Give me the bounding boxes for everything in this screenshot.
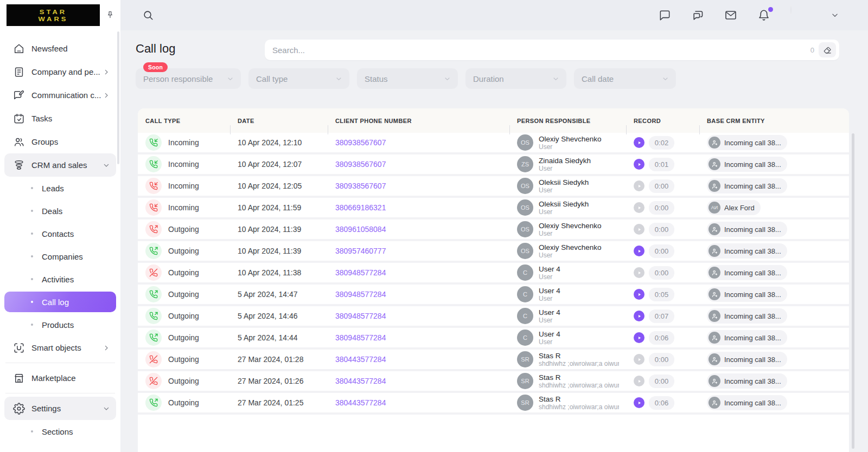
- base-crm-entity-chip[interactable]: Incoming call 38...: [707, 395, 787, 410]
- table-row[interactable]: Outgoing 5 Apr 2024, 14:46 380948577284 …: [138, 306, 849, 328]
- table-row[interactable]: Incoming 10 Apr 2024, 12:10 380938567607…: [138, 133, 849, 154]
- person-responsible[interactable]: ZS Zinaida Siedykh User: [517, 156, 591, 172]
- record-play-button[interactable]: [634, 137, 644, 148]
- record-play-button[interactable]: [634, 332, 644, 343]
- base-crm-entity-chip[interactable]: Incoming call 38...: [707, 308, 787, 324]
- person-responsible[interactable]: OS Olexiy Shevchenko User: [517, 134, 602, 151]
- base-crm-entity-chip[interactable]: Incoming call 38...: [707, 157, 787, 172]
- filter-call-type[interactable]: Call type: [248, 68, 349, 89]
- client-phone-link[interactable]: 380957460777: [335, 247, 386, 255]
- client-phone-link[interactable]: 380443577284: [335, 398, 386, 407]
- client-phone-link[interactable]: 380938567607: [335, 138, 386, 147]
- sidebar-item-newsfeed[interactable]: Newsfeed: [4, 37, 116, 60]
- filter-duration[interactable]: Duration: [465, 68, 566, 89]
- record-play-button[interactable]: [634, 311, 644, 321]
- sidebar-item-products[interactable]: Products: [4, 313, 116, 336]
- sidebar-item-smart-objects[interactable]: Smart objects: [4, 336, 116, 359]
- base-crm-entity-chip[interactable]: Incoming call 38...: [707, 352, 787, 367]
- table-row[interactable]: Outgoing 10 Apr 2024, 11:38 380948577284…: [138, 263, 849, 285]
- base-crm-entity-chip[interactable]: Incoming call 38...: [707, 222, 787, 237]
- client-phone-link[interactable]: 380938567607: [335, 182, 386, 190]
- sidebar-item-activities[interactable]: Activities: [4, 268, 116, 290]
- record-play-button[interactable]: [634, 397, 644, 408]
- table-row[interactable]: Outgoing 5 Apr 2024, 14:47 380948577284 …: [138, 285, 849, 306]
- record-play-button[interactable]: [634, 224, 644, 235]
- client-phone-link[interactable]: 380938567607: [335, 160, 386, 169]
- client-phone-link[interactable]: 380443577284: [335, 377, 386, 385]
- sidebar-item-tasks[interactable]: Tasks: [4, 107, 116, 130]
- sidebar-item-call-log[interactable]: Call log: [4, 292, 116, 312]
- table-row[interactable]: Outgoing 10 Apr 2024, 11:39 380957460777…: [138, 241, 849, 263]
- table-scrollbar[interactable]: [852, 133, 854, 449]
- sidebar-item-settings[interactable]: Settings: [4, 397, 116, 420]
- client-phone-link[interactable]: 380669186321: [335, 203, 386, 212]
- person-responsible[interactable]: OS Olexiy Shevchenko User: [517, 221, 602, 237]
- sidebar-item-contacts[interactable]: Contacts: [4, 222, 116, 245]
- client-phone-link[interactable]: 380948577284: [335, 312, 386, 320]
- base-crm-entity-chip[interactable]: Incoming call 38...: [707, 330, 787, 345]
- record-play-button[interactable]: [634, 376, 644, 386]
- base-crm-entity-chip[interactable]: Incoming call 38...: [707, 265, 787, 280]
- filter-status[interactable]: Status: [357, 68, 458, 89]
- notifications-bell-icon[interactable]: [757, 9, 770, 22]
- client-phone-link[interactable]: 380948577284: [335, 290, 386, 299]
- table-row[interactable]: Outgoing 10 Apr 2024, 11:39 380961058084…: [138, 219, 849, 241]
- filter-person-responsible[interactable]: Soon Person responsible: [136, 68, 241, 89]
- record-play-button[interactable]: [634, 267, 644, 278]
- record-play-button[interactable]: [634, 159, 644, 170]
- sidebar-item-companies[interactable]: Companies: [4, 245, 116, 268]
- person-responsible[interactable]: C User 4 User: [517, 308, 560, 324]
- table-row[interactable]: Incoming 10 Apr 2024, 12:05 380938567607…: [138, 176, 849, 198]
- client-phone-link[interactable]: 380948577284: [335, 333, 386, 342]
- client-phone-link[interactable]: 380948577284: [335, 268, 386, 277]
- table-row[interactable]: Outgoing 27 Mar 2024, 01:26 380443577284…: [138, 371, 849, 393]
- record-play-button[interactable]: [634, 180, 644, 191]
- table-row[interactable]: Incoming 10 Apr 2024, 12:07 380938567607…: [138, 154, 849, 176]
- profile-chevron-down-icon[interactable]: [830, 10, 840, 20]
- sidebar-item-communication-channels[interactable]: Communication c...: [4, 83, 116, 107]
- sidebar-scrollbar[interactable]: [117, 31, 119, 164]
- user-avatar[interactable]: [790, 5, 810, 25]
- sidebar-item-leads[interactable]: Leads: [4, 177, 116, 199]
- person-responsible[interactable]: C User 4 User: [517, 330, 560, 346]
- sidebar-item-deals[interactable]: Deals: [4, 199, 116, 222]
- base-crm-entity-chip[interactable]: Incoming call 38...: [707, 135, 787, 150]
- workspace-logo[interactable]: STAR WARS: [7, 4, 100, 26]
- record-play-button[interactable]: [634, 289, 644, 300]
- person-responsible[interactable]: C User 4 User: [517, 286, 560, 302]
- filter-call-date[interactable]: Call date: [574, 68, 676, 89]
- clear-search-button[interactable]: [819, 42, 836, 57]
- base-crm-entity-chip[interactable]: Incoming call 38...: [707, 243, 787, 259]
- chat-icon[interactable]: [659, 9, 671, 22]
- sidebar-item-company-and-people[interactable]: Company and pe...: [4, 60, 116, 83]
- person-responsible[interactable]: C User 4 User: [517, 264, 560, 281]
- sidebar-item-marketplace[interactable]: Marketplace: [4, 366, 116, 390]
- person-responsible[interactable]: SR Stas R shdhiwhz ;oiwroiwar;a oiwurowa: [517, 351, 619, 367]
- base-crm-entity-chip[interactable]: Incoming call 38...: [707, 373, 787, 389]
- search-input[interactable]: [272, 46, 810, 55]
- record-play-button[interactable]: [634, 354, 644, 365]
- table-row[interactable]: Outgoing 27 Mar 2024, 01:25 380443577284…: [138, 393, 849, 415]
- base-crm-entity-chip[interactable]: Incoming call 38...: [707, 287, 787, 302]
- sidebar-item-crm-and-sales[interactable]: CRM and sales: [4, 153, 116, 177]
- client-phone-link[interactable]: 380443577284: [335, 355, 386, 364]
- client-phone-link[interactable]: 380961058084: [335, 225, 386, 234]
- sidebar-item-groups[interactable]: Groups: [4, 130, 116, 153]
- person-responsible[interactable]: OS Oleksii Siedykh User: [517, 178, 589, 194]
- person-responsible[interactable]: SR Stas R shdhiwhz ;oiwroiwar;a oiwurowa: [517, 395, 619, 411]
- base-crm-entity-chip[interactable]: Incoming call 38...: [707, 178, 787, 193]
- table-row[interactable]: Incoming 10 Apr 2024, 11:59 380669186321…: [138, 198, 849, 219]
- record-play-button[interactable]: [634, 202, 644, 213]
- search-icon[interactable]: [142, 9, 154, 21]
- person-responsible[interactable]: OS Olexiy Shevchenko User: [517, 243, 602, 259]
- pin-sidebar-icon[interactable]: [105, 10, 115, 20]
- person-responsible[interactable]: OS Oleksii Siedykh User: [517, 199, 589, 216]
- table-row[interactable]: Outgoing 27 Mar 2024, 01:28 380443577284…: [138, 350, 849, 371]
- sidebar-item-sections[interactable]: Sections: [4, 420, 116, 443]
- mail-icon[interactable]: [724, 9, 737, 22]
- person-responsible[interactable]: SR Stas R shdhiwhz ;oiwroiwar;a oiwurowa: [517, 373, 619, 389]
- group-chat-icon[interactable]: [691, 9, 704, 22]
- table-row[interactable]: Outgoing 5 Apr 2024, 14:44 380948577284 …: [138, 328, 849, 350]
- base-crm-entity-chip[interactable]: AИ Alex Ford: [707, 200, 761, 215]
- record-play-button[interactable]: [634, 246, 644, 256]
